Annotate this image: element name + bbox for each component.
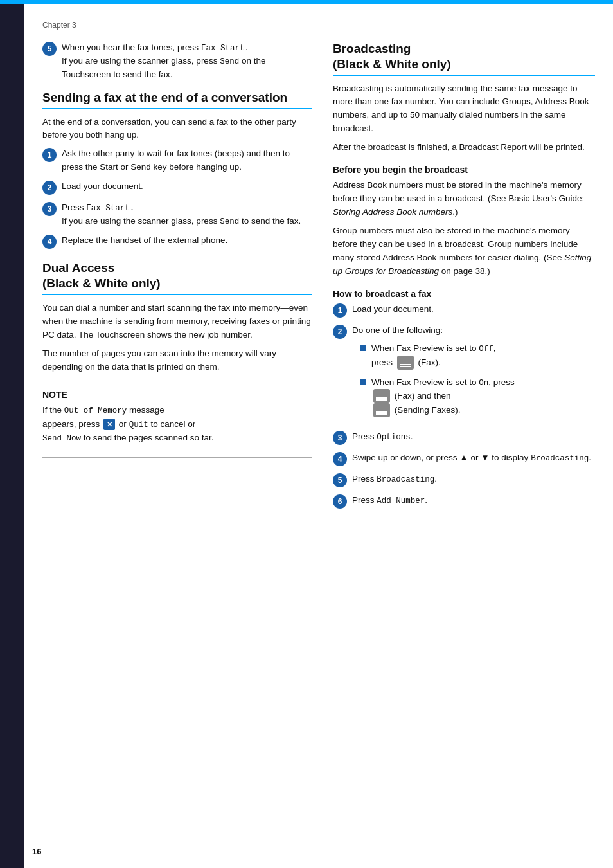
bullet-2-icon [360,379,366,385]
top-bar [24,0,613,4]
bullet-2: When Fax Preview is set to On, press (Fa… [360,376,595,418]
broadcast-step-3: 3 Press Options. [333,430,595,445]
step-5-row: 5 When you hear the fax tones, press Fax… [42,41,312,81]
left-column: 5 When you hear the fax tones, press Fax… [42,41,312,515]
conv-step-2: 2 Load your document. [42,180,312,195]
fax-icon-1 [397,356,414,370]
conv-step-3-content: Press Fax Start. If you are using the sc… [62,201,312,228]
broadcast-step-1-text: Load your document. [352,303,595,316]
off-code: Off [479,345,493,354]
conv-step-4-circle: 4 [42,235,57,249]
section2-para1: You can dial a number and start scanning… [42,302,312,342]
broadcast-step-2: 2 Do one of the following: When Fax Prev… [333,324,595,424]
send-code-2: Send [220,217,239,226]
right-column: Broadcasting (Black & White only) Broadc… [333,41,595,515]
broadcasting-divider [333,75,595,76]
chapter-label: Chapter 3 [42,21,595,30]
broadcast-step-3-content: Press Options. [352,430,595,444]
how-broadcast-heading: How to broadcast a fax [333,289,595,299]
note-box: NOTE If the Out of Memory message appear… [42,383,312,457]
conv-step-4: 4 Replace the handset of the external ph… [42,234,312,249]
conv-step-1-circle: 1 [42,148,57,162]
bullet-1-content: When Fax Preview is set to Off, press (F… [371,342,595,370]
step-5-content: When you hear the fax tones, press Fax S… [62,41,312,81]
broadcast-step-1-circle: 1 [333,303,347,318]
conv-step-1-text: Ask the other party to wait for fax tone… [62,147,312,174]
bullet-1: When Fax Preview is set to Off, press (F… [360,342,595,370]
send-now-code: Send Now [42,434,81,443]
broadcasting-press-code: Broadcasting [377,475,434,484]
note-content: If the Out of Memory message appears, pr… [42,404,312,445]
broadcast-step-4: 4 Swipe up or down, or press ▲ or ▼ to d… [333,451,595,466]
conv-step-2-text: Load your document. [62,180,312,193]
section1-intro: At the end of a conversation, you can se… [42,116,312,143]
options-code: Options [377,433,411,442]
broadcast-step-2-text: Do one of the following: When Fax Previe… [352,324,595,424]
step-5-circle: 5 [42,42,57,56]
sidebar [0,0,24,868]
out-of-memory-code: Out of Memory [64,406,127,415]
add-number-code: Add Number [377,496,425,505]
quit-code: Quit [129,420,148,429]
broadcast-step-6-circle: 6 [333,494,347,509]
broadcast-step-5: 5 Press Broadcasting. [333,473,595,487]
conv-step-4-text: Replace the handset of the external phon… [62,234,312,247]
broadcast-step-1: 1 Load your document. [333,303,595,318]
before-broadcast-heading: Before you begin the broadcast [333,165,595,175]
broadcast-step-4-content: Swipe up or down, or press ▲ or ▼ to dis… [352,451,595,465]
section1-divider [42,108,312,109]
on-code: On [479,379,488,388]
fax-start-code: Fax Start. [201,44,249,53]
broadcast-step-6-content: Press Add Number. [352,494,595,507]
conv-step-2-circle: 2 [42,181,57,195]
before-broadcast-para1: Address Book numbers must be stored in t… [333,179,595,219]
section2-para2: The number of pages you can scan into th… [42,347,312,374]
bullet-2-content: When Fax Preview is set to On, press (Fa… [371,376,595,418]
x-icon: ✕ [103,419,115,430]
conv-step-3-circle: 3 [42,202,57,216]
broadcasting-heading: Broadcasting (Black & White only) [333,41,595,72]
section2-heading: Dual Access (Black & White only) [42,260,312,291]
section2-divider [42,294,312,295]
section1-heading: Sending a fax at the end of a conversati… [42,90,312,105]
note-label: NOTE [42,390,312,400]
conv-step-3: 3 Press Fax Start. If you are using the … [42,201,312,228]
broadcast-step-5-circle: 5 [333,473,347,487]
broadcasting-code: Broadcasting [531,454,589,463]
send-code: Send [220,57,239,66]
sidebar-accent [0,0,24,4]
broadcasting-para1: Broadcasting is automatically sending th… [333,82,595,136]
broadcast-step-3-circle: 3 [333,431,347,445]
broadcast-step-5-content: Press Broadcasting. [352,473,595,486]
conv-step-1: 1 Ask the other party to wait for fax to… [42,147,312,174]
fax-start-code-2: Fax Start. [86,204,134,213]
before-broadcast-para2: Group numbers must also be stored in the… [333,224,595,278]
broadcasting-para2: After the broadcast is finished, a Broad… [333,141,595,154]
broadcast-step-4-circle: 4 [333,452,347,466]
bullet-1-icon [360,345,366,351]
broadcast-step-6: 6 Press Add Number. [333,494,595,509]
broadcast-step-2-circle: 2 [333,325,347,339]
fax-icon-3 [373,403,390,417]
page-number: 16 [32,847,41,856]
fax-icon-2 [373,389,390,403]
